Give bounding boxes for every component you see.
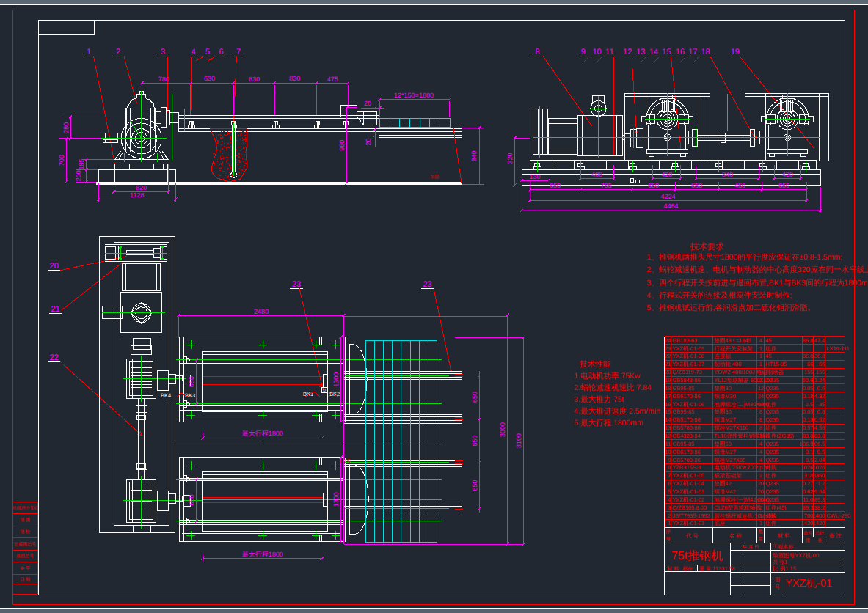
svg-text:Q235: Q235 bbox=[765, 385, 778, 392]
svg-text:8: 8 bbox=[759, 416, 762, 423]
svg-text:138.2: 138.2 bbox=[811, 504, 825, 511]
svg-text:0.1: 0.1 bbox=[806, 449, 813, 455]
svg-text:66: 66 bbox=[819, 361, 825, 367]
svg-text:17: 17 bbox=[688, 48, 697, 56]
svg-text:YXZ机-01-02: YXZ机-01-02 bbox=[672, 496, 704, 503]
svg-text:24: 24 bbox=[665, 337, 671, 344]
svg-text:200: 200 bbox=[75, 170, 82, 181]
svg-text:Q235: Q235 bbox=[765, 408, 778, 415]
svg-text:5、推钢机试运行前,各润滑点加二硫化钼润滑脂。: 5、推钢机试运行前,各润滑点加二硫化钼润滑脂。 bbox=[646, 304, 814, 312]
svg-text:0.8: 0.8 bbox=[817, 408, 825, 415]
svg-text:比 例1:15: 比 例1:15 bbox=[773, 565, 796, 572]
svg-text:6: 6 bbox=[668, 480, 671, 487]
svg-text:785: 785 bbox=[600, 182, 611, 189]
svg-text:18: 18 bbox=[665, 385, 671, 392]
svg-text:旧底图总号: 旧底图总号 bbox=[14, 541, 36, 547]
svg-text:1300: 1300 bbox=[332, 492, 340, 507]
svg-text:重: 重 bbox=[806, 538, 810, 543]
svg-text:1: 1 bbox=[759, 361, 762, 367]
svg-text:标件: 标件 bbox=[682, 566, 693, 572]
svg-text:GB5843-86: GB5843-86 bbox=[672, 377, 700, 383]
svg-text:GB95-85: GB95-85 bbox=[672, 408, 694, 415]
svg-text:2: 2 bbox=[668, 513, 671, 519]
svg-text:CLZ6型齿轮联轴器: CLZ6型齿轮联轴器 bbox=[714, 504, 761, 511]
svg-text:1: 1 bbox=[759, 520, 762, 526]
svg-text:420: 420 bbox=[782, 171, 793, 178]
svg-text:0.18: 0.18 bbox=[802, 393, 813, 400]
svg-text:签 字: 签 字 bbox=[20, 565, 30, 571]
svg-text:4464: 4464 bbox=[663, 202, 678, 210]
svg-text:YXZ机-01-09: YXZ机-01-09 bbox=[672, 345, 704, 352]
svg-text:420: 420 bbox=[661, 171, 672, 178]
svg-text:8: 8 bbox=[668, 464, 671, 471]
svg-text:155: 155 bbox=[803, 369, 813, 375]
svg-text:318: 318 bbox=[803, 472, 813, 479]
svg-text:630: 630 bbox=[204, 75, 215, 82]
svg-text:CWU-280: CWU-280 bbox=[826, 513, 850, 519]
svg-text:16: 16 bbox=[676, 48, 685, 56]
svg-text:23: 23 bbox=[292, 280, 301, 289]
svg-text:螺母M27: 螺母M27 bbox=[714, 449, 736, 455]
svg-text:83.8: 83.8 bbox=[814, 433, 825, 439]
svg-text:Q235: Q235 bbox=[765, 416, 778, 423]
svg-text:9.84: 9.84 bbox=[814, 488, 825, 495]
svg-text:3、四个行程开关按前进与退回布置,BK1与BK3间的行程为1: 3、四个行程开关按前进与退回布置,BK1与BK3间的行程为1800mm,BK2间… bbox=[646, 279, 868, 287]
svg-text:1026: 1026 bbox=[800, 464, 813, 471]
svg-text:11331.58: 11331.58 bbox=[712, 565, 735, 572]
svg-text:2、蜗轮减速机速、电机与制动器的中心高度320应在同一水平线: 2、蜗轮减速机速、电机与制动器的中心高度320应在同一水平线上,不垂直度为±0.… bbox=[646, 265, 868, 274]
svg-text:YXZ机-01-05: YXZ机-01-05 bbox=[672, 472, 704, 479]
svg-text:700: 700 bbox=[803, 513, 813, 519]
svg-text:8: 8 bbox=[759, 425, 762, 431]
svg-text:号: 号 bbox=[665, 536, 671, 542]
svg-text:16: 16 bbox=[665, 401, 671, 408]
svg-text:Q235: Q235 bbox=[765, 488, 778, 495]
svg-text:4: 4 bbox=[668, 496, 671, 503]
svg-text:830: 830 bbox=[289, 75, 300, 82]
svg-text:12*150=1800: 12*150=1800 bbox=[394, 92, 434, 99]
svg-text:12: 12 bbox=[665, 433, 671, 439]
svg-text:3.最大推力 75t: 3.最大推力 75t bbox=[574, 395, 624, 404]
svg-text:行程开关安装架: 行程开关安装架 bbox=[714, 345, 753, 352]
svg-text:280: 280 bbox=[62, 122, 70, 133]
svg-text:20: 20 bbox=[665, 369, 671, 375]
svg-text:1: 1 bbox=[759, 353, 762, 359]
svg-text:20: 20 bbox=[757, 480, 763, 487]
svg-text:11.0: 11.0 bbox=[803, 496, 813, 503]
svg-text:5: 5 bbox=[205, 48, 210, 56]
svg-text:年 月 日: 年 月 日 bbox=[742, 544, 759, 550]
svg-text:1026: 1026 bbox=[812, 464, 825, 471]
svg-text:备 注: 备 注 bbox=[828, 532, 842, 539]
svg-text:描 校: 描 校 bbox=[20, 529, 30, 535]
svg-text:最大行程1800: 最大行程1800 bbox=[242, 430, 283, 437]
svg-text:0.5: 0.5 bbox=[806, 457, 813, 463]
svg-text:3100: 3100 bbox=[515, 433, 522, 448]
svg-text:61.24: 61.24 bbox=[811, 377, 825, 383]
svg-text:320: 320 bbox=[506, 153, 514, 164]
svg-text:650: 650 bbox=[550, 182, 561, 189]
svg-text:1128: 1128 bbox=[130, 191, 144, 199]
svg-text:TL10弹性套柱销联轴器: TL10弹性套柱销联轴器 bbox=[714, 433, 771, 439]
svg-text:JB/T7935-1992: JB/T7935-1992 bbox=[672, 513, 710, 519]
svg-text:2.5: 2.5 bbox=[806, 401, 813, 408]
svg-text:Q235: Q235 bbox=[765, 480, 778, 487]
svg-text:1.电动机功率 75Kw: 1.电动机功率 75Kw bbox=[574, 372, 641, 381]
svg-text:垫圈30: 垫圈30 bbox=[714, 408, 731, 415]
svg-text:14: 14 bbox=[665, 416, 671, 423]
svg-text:技术性能: 技术性能 bbox=[579, 360, 611, 369]
svg-text:14: 14 bbox=[757, 401, 763, 408]
svg-text:工程名称: 工程名称 bbox=[773, 544, 793, 550]
svg-text:YXZ机-01-04: YXZ机-01-04 bbox=[672, 480, 704, 487]
svg-text:D: D bbox=[323, 389, 326, 393]
svg-text:数: 数 bbox=[758, 529, 763, 535]
svg-text:106.5: 106.5 bbox=[811, 441, 825, 447]
svg-text:Q/ZB119-73: Q/ZB119-73 bbox=[672, 369, 701, 375]
svg-text:YZR315S-8: YZR315S-8 bbox=[672, 464, 701, 471]
svg-text:4: 4 bbox=[759, 449, 762, 455]
svg-text:0.05: 0.05 bbox=[802, 385, 813, 392]
svg-text:共 张1: 共 张1 bbox=[773, 559, 787, 565]
svg-text:700: 700 bbox=[58, 155, 65, 166]
svg-text:YL12型联轴器 600X107: YL12型联轴器 600X107 bbox=[714, 377, 773, 383]
svg-text:垫圈43 L=1845: 垫圈43 L=1845 bbox=[714, 337, 751, 344]
svg-text:83.8: 83.8 bbox=[802, 433, 813, 439]
svg-text:1: 1 bbox=[87, 48, 91, 56]
